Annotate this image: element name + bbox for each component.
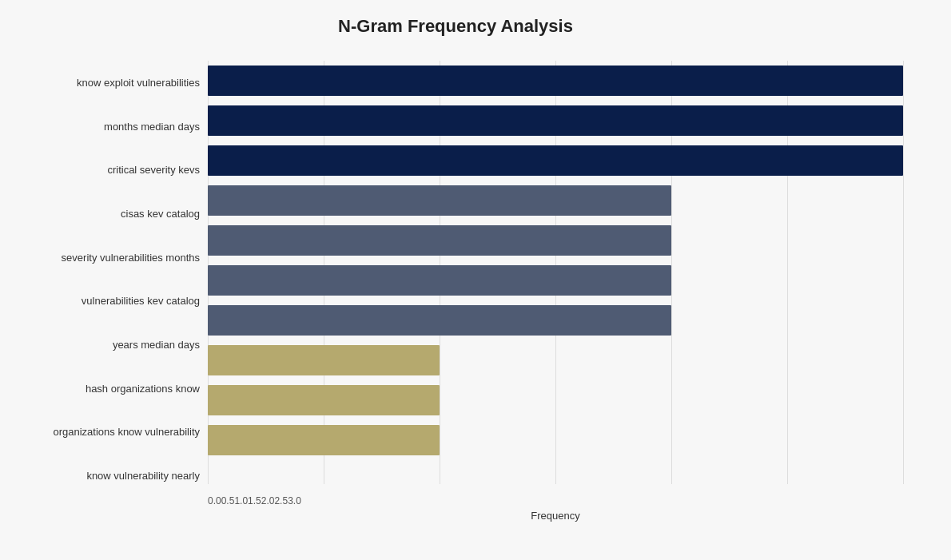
bar xyxy=(208,66,903,96)
y-axis-label: severity vulnerabilities months xyxy=(8,237,200,277)
x-tick: 2.0 xyxy=(261,495,275,506)
bar xyxy=(208,225,671,256)
y-axis-label: cisas kev catalog xyxy=(8,193,200,233)
bar-row xyxy=(208,260,903,300)
bar-row xyxy=(208,61,903,101)
x-axis-label: Frequency xyxy=(208,510,903,522)
bar-row xyxy=(208,420,903,460)
y-axis-label: hash organizations know xyxy=(8,368,200,408)
x-tick: 1.5 xyxy=(248,495,261,506)
bar-row xyxy=(208,141,903,181)
y-axis-label: years median days xyxy=(8,324,200,364)
x-tick: 0.0 xyxy=(208,495,221,506)
chart-container: N-Gram Frequency Analysis know exploit v… xyxy=(0,0,951,560)
bar-row xyxy=(208,340,903,380)
x-tick: 2.5 xyxy=(274,495,288,506)
bar-row xyxy=(208,181,903,220)
grid-line xyxy=(903,61,904,484)
bar-row xyxy=(208,300,903,340)
y-axis-label: vulnerabilities kev catalog xyxy=(8,281,200,321)
y-axis-label: months median days xyxy=(8,106,200,146)
bar xyxy=(208,425,440,455)
bar xyxy=(208,265,671,296)
bar xyxy=(208,305,671,336)
x-tick: 0.5 xyxy=(221,495,235,506)
x-tick: 3.0 xyxy=(288,495,301,506)
y-axis-label: organizations know vulnerability xyxy=(8,412,200,452)
bar-row xyxy=(208,101,903,141)
x-axis-ticks: 0.00.51.01.52.02.53.0 xyxy=(208,484,903,506)
bar-row xyxy=(208,380,903,420)
y-axis-label: know vulnerability nearly xyxy=(8,456,200,496)
bar xyxy=(208,145,903,176)
bar-row xyxy=(208,220,903,260)
bar xyxy=(208,105,903,136)
bar xyxy=(208,185,671,216)
bar xyxy=(208,345,440,375)
bars-area xyxy=(208,61,903,484)
bar xyxy=(208,385,440,415)
y-axis-labels: know exploit vulnerabilitiesmonths media… xyxy=(8,61,208,522)
y-axis-label: know exploit vulnerabilities xyxy=(8,62,200,102)
chart-title: N-Gram Frequency Analysis xyxy=(8,16,903,37)
x-tick: 1.0 xyxy=(234,495,248,506)
y-axis-label: critical severity kevs xyxy=(8,150,200,190)
